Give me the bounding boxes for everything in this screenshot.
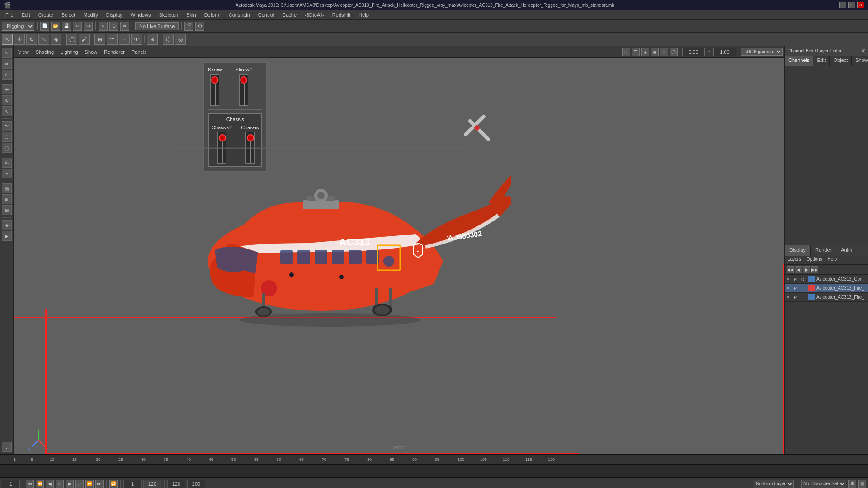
snap-grid[interactable]: ⊞ (94, 34, 105, 45)
prev-frame-btn[interactable]: ◀ (46, 480, 54, 488)
tab-object[interactable]: Object (830, 56, 852, 66)
vt-icon-5[interactable]: ⊕ (660, 48, 668, 56)
redo-btn[interactable]: ↪ (84, 22, 93, 31)
channel-lt-btn[interactable]: ≡ (2, 194, 12, 204)
soft-mod-tool[interactable]: ◯ (66, 34, 77, 45)
layer-item-2[interactable]: V P Avicopter_AC313_Fire_ (785, 284, 868, 293)
snap-curve[interactable]: 〜 (107, 34, 118, 45)
range-end-input[interactable] (143, 480, 161, 488)
dst-help[interactable]: Help (825, 256, 840, 264)
move-lt-btn[interactable]: ✛ (2, 84, 12, 94)
menu-skin[interactable]: Skin (183, 11, 199, 19)
render-btn[interactable]: 🎬 (184, 22, 193, 31)
new-scene-btn[interactable]: 📄 (40, 22, 49, 31)
move-tool[interactable]: ✛ (14, 34, 25, 45)
layer-item-3[interactable]: V P Avicopter_AC313_Fire_ (785, 293, 868, 302)
current-frame-input[interactable] (2, 480, 20, 488)
menu-control[interactable]: Control (255, 11, 278, 19)
menu-deform[interactable]: Deform (201, 11, 224, 19)
vt-lighting[interactable]: Lighting (58, 48, 81, 56)
tab-channels[interactable]: Channels (785, 56, 813, 66)
play-fwd-btn[interactable]: ▶ (66, 480, 74, 488)
lasso-lt-btn[interactable]: ⊙ (2, 70, 12, 80)
char-set-btn-1[interactable]: ⚙ (848, 480, 856, 488)
open-scene-btn[interactable]: 📂 (51, 22, 60, 31)
snap-view[interactable]: 👁 (131, 34, 142, 45)
go-start-btn[interactable]: ⏮ (26, 480, 34, 488)
close-button[interactable]: ✕ (857, 2, 864, 8)
show-manipulator[interactable]: ⊕ (147, 34, 158, 45)
rotate-lt-btn[interactable]: ↻ (2, 95, 12, 105)
save-scene-btn[interactable]: 💾 (62, 22, 71, 31)
next-frame-btn[interactable]: ▷ (75, 480, 84, 488)
dst-layers[interactable]: Layers (785, 256, 804, 264)
vt-show[interactable]: Show (82, 48, 100, 56)
layer-lt-btn[interactable]: ▤ (2, 183, 12, 193)
joint-lt-btn[interactable]: ✦ (2, 169, 12, 178)
isolate-btn[interactable]: ◎ (175, 34, 186, 45)
menu-skeleton[interactable]: Skeleton (155, 11, 182, 19)
menu-redshift[interactable]: Redshift (329, 11, 354, 19)
layer-nav-prev[interactable]: ◀ (795, 266, 802, 273)
menu-cache[interactable]: Cache (278, 11, 300, 19)
menu-constrain[interactable]: Constrain (225, 11, 254, 19)
go-end-btn[interactable]: ⏭ (95, 480, 104, 488)
menu-display[interactable]: Display (103, 11, 126, 19)
universal-manip[interactable]: ◈ (51, 34, 61, 45)
no-live-surface-btn[interactable]: No Live Surface (135, 22, 179, 30)
vt-icon-3[interactable]: ◈ (641, 48, 649, 56)
menu-create[interactable]: Create (35, 11, 57, 19)
dst-options[interactable]: Options (804, 256, 825, 264)
select-tool[interactable]: ↖ (2, 34, 13, 45)
lasso-btn[interactable]: ⊙ (109, 22, 118, 31)
layer-item-1[interactable]: V P R Avicopter_AC313_Cont (785, 275, 868, 284)
gamma-selector[interactable]: sRGB gamma (741, 48, 783, 56)
select-lt-btn[interactable]: ↖ (2, 48, 12, 58)
tab-show[interactable]: Show (852, 56, 868, 66)
play-back-btn[interactable]: ◁ (56, 480, 64, 488)
paint-btn[interactable]: ✏ (120, 22, 129, 31)
maximize-button[interactable]: □ (848, 2, 855, 8)
total-frames-input[interactable] (187, 480, 205, 488)
attr-lt-btn[interactable]: ⊟ (2, 205, 12, 215)
mode-selector[interactable]: Rigging (2, 22, 34, 31)
vt-shading[interactable]: Shading (33, 48, 57, 56)
vt-icon-6[interactable]: ◯ (670, 48, 678, 56)
menu-file[interactable]: File (2, 11, 17, 19)
undo-btn[interactable]: ↩ (73, 22, 82, 31)
layer-nav-next[interactable]: ▶ (803, 266, 810, 273)
select-btn[interactable]: ↖ (99, 22, 108, 31)
vt-renderer[interactable]: Renderer (101, 48, 127, 56)
menu-help[interactable]: Help (355, 11, 373, 19)
dt-tab-display[interactable]: Display (785, 245, 811, 256)
poly-lt-btn[interactable]: ⬡ (2, 132, 12, 142)
sculpt-tool[interactable]: 🖌 (79, 34, 90, 45)
curve-lt-btn[interactable]: 〜 (2, 121, 12, 131)
minimize-button[interactable]: ─ (839, 2, 846, 8)
end-frame-input[interactable] (167, 480, 185, 488)
menu-3dtool[interactable]: -3DtoAll- (301, 11, 328, 19)
layer-nav-back[interactable]: ◀◀ (787, 266, 794, 273)
dt-tab-render[interactable]: Render (811, 245, 836, 256)
range-start-input[interactable] (123, 480, 142, 488)
menu-windows[interactable]: Windows (127, 11, 155, 19)
rotate-tool[interactable]: ↻ (26, 34, 37, 45)
menu-modify[interactable]: Modify (80, 11, 101, 19)
render-lt-btn[interactable]: ◈ (2, 220, 12, 230)
right-panel-close[interactable]: ✕ (861, 48, 865, 54)
timeline-track[interactable] (0, 465, 868, 477)
dt-tab-anim[interactable]: Anim (836, 245, 857, 256)
menu-edit[interactable]: Edit (18, 11, 34, 19)
snap-point[interactable]: · (119, 34, 130, 45)
vt-icon-1[interactable]: ⊞ (622, 48, 630, 56)
char-set-select[interactable]: No Character Set (801, 480, 846, 488)
prev-key-btn[interactable]: ⏪ (36, 480, 44, 488)
vt-panels[interactable]: Panels (129, 48, 150, 56)
vt-icon-2[interactable]: ☰ (632, 48, 640, 56)
loop-btn[interactable]: 🔁 (109, 480, 118, 488)
viewport-3d[interactable]: Skrew Skrew2 (14, 58, 784, 454)
tab-edit[interactable]: Edit (813, 56, 830, 66)
next-key-btn[interactable]: ⏩ (85, 480, 94, 488)
anim-layer-select[interactable]: No Anim Layer (754, 480, 794, 488)
nurbs-lt-btn[interactable]: ◯ (2, 143, 12, 153)
